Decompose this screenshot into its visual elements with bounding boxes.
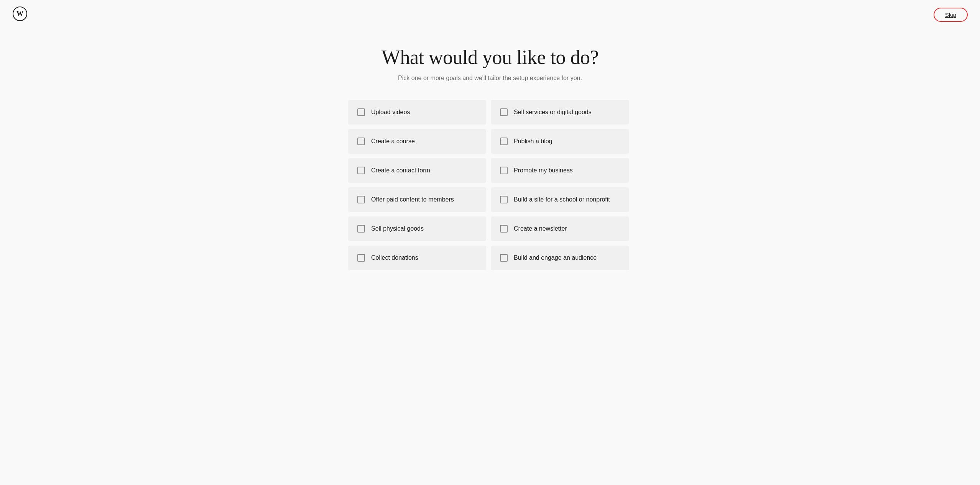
page-title: What would you like to do?	[381, 46, 599, 69]
checkbox-newsletter[interactable]	[500, 225, 508, 233]
option-item-paid-content[interactable]: Offer paid content to members	[348, 187, 486, 212]
checkbox-create-course[interactable]	[357, 138, 365, 145]
option-label-sell-services: Sell services or digital goods	[514, 109, 592, 116]
option-label-build-audience: Build and engage an audience	[514, 254, 597, 261]
option-item-school-nonprofit[interactable]: Build a site for a school or nonprofit	[491, 187, 629, 212]
checkbox-upload-videos[interactable]	[357, 108, 365, 116]
checkbox-promote-business[interactable]	[500, 167, 508, 174]
option-label-promote-business: Promote my business	[514, 167, 573, 174]
option-label-newsletter: Create a newsletter	[514, 225, 567, 232]
checkbox-paid-content[interactable]	[357, 196, 365, 203]
option-item-promote-business[interactable]: Promote my business	[491, 158, 629, 183]
checkbox-school-nonprofit[interactable]	[500, 196, 508, 203]
checkbox-sell-physical[interactable]	[357, 225, 365, 233]
option-item-sell-physical[interactable]: Sell physical goods	[348, 216, 486, 241]
option-item-create-course[interactable]: Create a course	[348, 129, 486, 154]
option-label-collect-donations: Collect donations	[371, 254, 418, 261]
checkbox-collect-donations[interactable]	[357, 254, 365, 262]
skip-button[interactable]: Skip	[934, 8, 968, 22]
option-label-school-nonprofit: Build a site for a school or nonprofit	[514, 196, 610, 203]
checkbox-sell-services[interactable]	[500, 108, 508, 116]
main-content: What would you like to do? Pick one or m…	[0, 0, 980, 293]
option-label-paid-content: Offer paid content to members	[371, 196, 454, 203]
option-label-publish-blog: Publish a blog	[514, 138, 552, 145]
page-subtitle: Pick one or more goals and we'll tailor …	[398, 75, 582, 82]
option-label-contact-form: Create a contact form	[371, 167, 430, 174]
svg-text:W: W	[16, 10, 23, 18]
option-item-build-audience[interactable]: Build and engage an audience	[491, 246, 629, 270]
checkbox-contact-form[interactable]	[357, 167, 365, 174]
checkbox-publish-blog[interactable]	[500, 138, 508, 145]
option-item-upload-videos[interactable]: Upload videos	[348, 100, 486, 125]
checkbox-build-audience[interactable]	[500, 254, 508, 262]
option-label-sell-physical: Sell physical goods	[371, 225, 424, 232]
options-grid: Upload videosSell services or digital go…	[348, 100, 632, 270]
option-item-collect-donations[interactable]: Collect donations	[348, 246, 486, 270]
top-bar: W Skip	[0, 0, 980, 29]
option-item-sell-services[interactable]: Sell services or digital goods	[491, 100, 629, 125]
option-item-publish-blog[interactable]: Publish a blog	[491, 129, 629, 154]
option-label-upload-videos: Upload videos	[371, 109, 410, 116]
option-item-newsletter[interactable]: Create a newsletter	[491, 216, 629, 241]
option-item-contact-form[interactable]: Create a contact form	[348, 158, 486, 183]
wordpress-logo: W	[12, 6, 28, 23]
option-label-create-course: Create a course	[371, 138, 415, 145]
